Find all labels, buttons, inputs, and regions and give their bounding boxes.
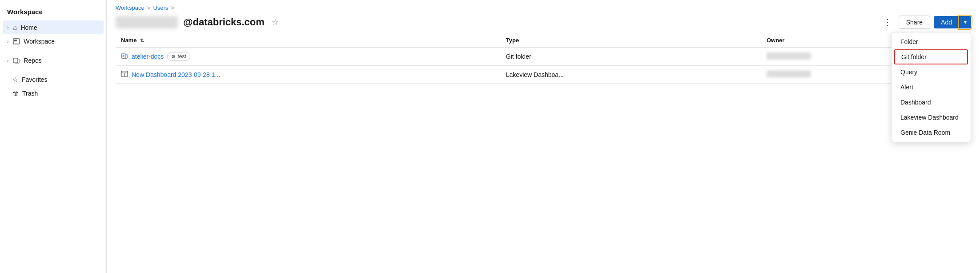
home-icon: ⌂ — [13, 24, 17, 31]
dropdown-item-folder[interactable]: Folder — [892, 34, 971, 49]
sidebar-item-label: Favorites — [22, 76, 48, 83]
breadcrumb-workspace[interactable]: Workspace — [116, 4, 145, 11]
table-header-row: Name ⇅ Type Owner — [116, 33, 971, 48]
favorite-star-icon[interactable]: ☆ — [272, 17, 279, 27]
header-actions: ⋮ Share Add ▾ — [880, 16, 971, 29]
dropdown-item-dashboard[interactable]: Dashboard — [892, 95, 971, 110]
add-dropdown-menu: Folder Git folder Query Alert Dashboard … — [891, 32, 971, 142]
cell-type: Lakeview Dashboa... — [501, 66, 761, 84]
svg-rect-1 — [14, 40, 17, 41]
sort-icon: ⇅ — [140, 38, 144, 43]
dropdown-item-alert[interactable]: Alert — [892, 80, 971, 95]
sidebar-item-label: Repos — [24, 57, 41, 64]
item-link-atelier-docs[interactable]: atelier-docs — [132, 53, 164, 60]
dashboard-icon — [121, 70, 128, 79]
repos-icon — [13, 57, 20, 64]
star-icon: ☆ — [12, 76, 18, 83]
breadcrumb-users[interactable]: Users — [153, 4, 168, 11]
svg-rect-2 — [13, 58, 18, 63]
sidebar-divider-2 — [0, 70, 106, 70]
sidebar-item-home[interactable]: › ⌂ Home — [3, 20, 104, 34]
item-tag: ⚙ test — [167, 52, 190, 61]
owner-redacted — [767, 70, 811, 77]
dropdown-item-genie-data-room[interactable]: Genie Data Room — [892, 125, 971, 140]
sidebar-title: Workspace — [0, 5, 106, 20]
table-row: New Dashboard 2023-09-28 1... Lakeview D… — [116, 66, 971, 84]
item-link-dashboard[interactable]: New Dashboard 2023-09-28 1... — [132, 71, 220, 78]
cell-name: New Dashboard 2023-09-28 1... — [116, 66, 501, 84]
email-suffix: @databricks.com — [183, 16, 265, 28]
sidebar-item-trash[interactable]: 🗑 Trash — [3, 87, 104, 100]
tag-icon: ⚙ — [171, 54, 176, 60]
trash-icon: 🗑 — [12, 90, 19, 97]
add-button[interactable]: Add — [934, 16, 959, 28]
col-header-name: Name ⇅ — [116, 33, 501, 48]
main-content: Workspace > Users > @databricks.com ☆ ⋮ … — [107, 0, 980, 273]
header-row: @databricks.com ☆ ⋮ Share Add ▾ — [107, 13, 980, 33]
sidebar-divider — [0, 51, 106, 51]
dropdown-item-lakeview-dashboard[interactable]: Lakeview Dashboard — [892, 110, 971, 125]
sidebar: Workspace › ⌂ Home › Workspace › Repos — [0, 0, 107, 273]
dropdown-item-git-folder[interactable]: Git folder — [894, 49, 968, 64]
chevron-right-icon: › — [7, 39, 8, 44]
breadcrumb-sep-1: > — [147, 4, 151, 11]
breadcrumb: Workspace > Users > — [107, 0, 980, 13]
sidebar-item-label: Trash — [22, 90, 38, 97]
share-button[interactable]: Share — [899, 16, 930, 29]
svg-rect-3 — [121, 54, 126, 58]
sidebar-item-workspace[interactable]: › Workspace — [3, 35, 104, 48]
table-row: atelier-docs ⚙ test Git folder — [116, 48, 971, 66]
chevron-right-icon: › — [7, 58, 8, 63]
sidebar-item-label: Home — [20, 24, 37, 31]
dropdown-item-query[interactable]: Query — [892, 64, 971, 80]
workspace-icon — [13, 38, 20, 45]
file-table-container: Name ⇅ Type Owner — [107, 33, 980, 273]
cell-name: atelier-docs ⚙ test — [116, 48, 501, 66]
sidebar-item-favorites[interactable]: ☆ Favorites — [3, 73, 104, 86]
add-button-group: Add ▾ — [934, 16, 971, 28]
more-options-button[interactable]: ⋮ — [880, 16, 895, 29]
chevron-right-icon: › — [7, 25, 8, 30]
git-folder-icon — [121, 52, 128, 61]
col-header-type: Type — [501, 33, 761, 48]
breadcrumb-sep-2: > — [171, 4, 174, 11]
owner-redacted — [767, 52, 811, 60]
sidebar-item-label: Workspace — [24, 38, 55, 45]
cell-type: Git folder — [501, 48, 761, 66]
sidebar-item-repos[interactable]: › Repos — [3, 54, 104, 67]
add-dropdown-button[interactable]: ▾ — [959, 16, 971, 28]
username-redacted — [116, 16, 178, 28]
file-table: Name ⇅ Type Owner — [116, 33, 971, 84]
